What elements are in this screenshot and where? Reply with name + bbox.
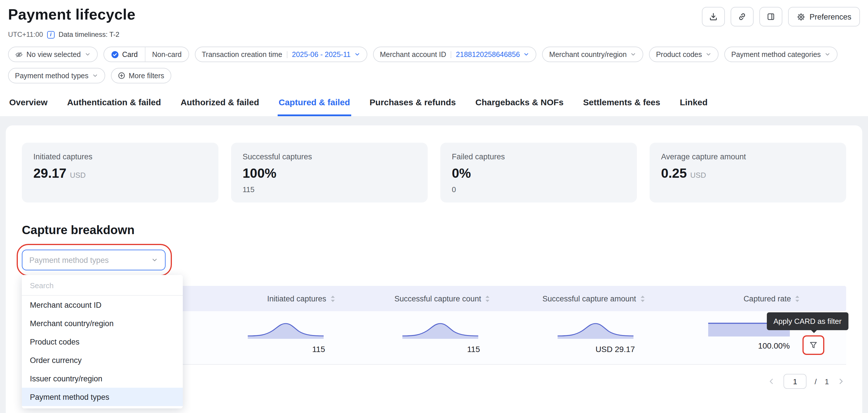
- download-button[interactable]: [702, 7, 725, 26]
- card-toggle: Card Non-card: [103, 47, 189, 62]
- preferences-button[interactable]: Preferences: [788, 7, 860, 26]
- tab-overview[interactable]: Overview: [8, 94, 49, 116]
- stat-unit: USD: [690, 171, 706, 179]
- merchant-country-pill[interactable]: Merchant country/region: [542, 47, 644, 62]
- chevron-down-icon: [630, 51, 636, 58]
- tooltip-apply-filter: Apply CARD as filter: [767, 312, 848, 330]
- filters-row-1: No view selected Card Non-card Transacti…: [8, 47, 860, 62]
- view-selector-pill[interactable]: No view selected: [8, 47, 97, 62]
- dropdown-option-product-codes[interactable]: Product codes: [22, 332, 183, 351]
- stat-average-capture-amount: Average capture amount 0.25 USD: [650, 143, 846, 203]
- sort-icon[interactable]: [485, 295, 490, 302]
- stat-label: Initiated captures: [33, 152, 207, 161]
- info-icon[interactable]: i: [47, 31, 55, 38]
- chevron-down-icon: [84, 51, 91, 58]
- stat-value: 0%: [452, 166, 471, 181]
- dropdown-option-order-currency[interactable]: Order currency: [22, 351, 183, 369]
- dropdown-option-merchant-account-id[interactable]: Merchant account ID: [22, 296, 183, 314]
- dimension-dropdown: Merchant account ID Merchant country/reg…: [22, 275, 183, 408]
- card-toggle-noncard[interactable]: Non-card: [145, 47, 189, 62]
- stat-sub: 0: [452, 185, 625, 195]
- more-filters-pill[interactable]: More filters: [111, 68, 171, 83]
- stat-label: Failed captures: [452, 152, 625, 161]
- stat-initiated-captures: Initiated captures 29.17 USD: [22, 143, 218, 203]
- cell-successful-capture-count: 115: [338, 319, 493, 355]
- funnel-wrap: Apply CARD as filter: [803, 335, 824, 355]
- download-icon: [709, 12, 718, 21]
- share-link-button[interactable]: [731, 7, 754, 26]
- tab-chargebacks-nofs[interactable]: Chargebacks & NOFs: [474, 94, 565, 116]
- chevron-down-icon: [824, 51, 831, 58]
- topbar: Payment lifecycle: [0, 0, 868, 116]
- column-label: Successful capture count: [394, 294, 481, 303]
- page-title: Payment lifecycle: [8, 6, 135, 24]
- product-codes-pill[interactable]: Product codes: [649, 47, 718, 62]
- chevron-down-icon: [705, 51, 712, 58]
- column-label: Captured rate: [744, 294, 791, 303]
- tab-settlements-fees[interactable]: Settlements & fees: [582, 94, 661, 116]
- breakdown-dimension-selector-area: Payment method types Merchant account ID…: [22, 249, 165, 270]
- sort-icon[interactable]: [640, 295, 645, 302]
- header-actions: Preferences: [702, 6, 860, 26]
- cell-initiated-captures: 115: [183, 319, 338, 355]
- tab-purchases-refunds[interactable]: Purchases & refunds: [369, 94, 457, 116]
- tab-authorized-failed[interactable]: Authorized & failed: [179, 94, 260, 116]
- filters: No view selected Card Non-card Transacti…: [8, 47, 860, 83]
- stat-sub: 115: [243, 185, 416, 195]
- prev-page-button[interactable]: [767, 377, 775, 385]
- dropdown-option-issuer-country[interactable]: Issuer country/region: [22, 369, 183, 388]
- current-page-box[interactable]: 1: [783, 374, 806, 389]
- divider: [287, 51, 287, 58]
- stat-value: 29.17: [33, 166, 66, 181]
- non-card-label: Non-card: [152, 50, 182, 58]
- stat-value: 100%: [243, 166, 277, 181]
- stat-sub: [661, 185, 835, 195]
- chevron-left-icon: [767, 377, 775, 385]
- tab-authentication-failed[interactable]: Authentication & failed: [66, 94, 162, 116]
- cell-value: 115: [312, 345, 325, 354]
- total-pages: 1: [825, 377, 829, 386]
- dropdown-option-merchant-country[interactable]: Merchant country/region: [22, 314, 183, 332]
- merchant-account-pill[interactable]: Merchant account ID 2188120258646856: [373, 47, 537, 62]
- view-selector-label: No view selected: [26, 50, 81, 58]
- chevron-down-icon: [92, 72, 98, 79]
- timezone-label: UTC+11:00: [8, 30, 43, 38]
- payment-method-types-pill[interactable]: Payment method types: [8, 68, 105, 83]
- gear-icon: [797, 12, 805, 21]
- filter-funnel-icon[interactable]: [809, 341, 818, 350]
- tabs: Overview Authentication & failed Authori…: [8, 94, 860, 116]
- dimension-select[interactable]: Payment method types: [22, 249, 165, 270]
- sort-icon[interactable]: [330, 295, 335, 302]
- chevron-down-icon: [354, 51, 361, 58]
- next-page-button[interactable]: [837, 377, 845, 385]
- column-label: Initiated captures: [267, 294, 326, 303]
- stat-unit: USD: [70, 171, 86, 179]
- tab-linked[interactable]: Linked: [679, 94, 709, 116]
- cell-successful-capture-amount: USD 29.17: [493, 319, 648, 355]
- annotation-funnel-highlight: [803, 335, 824, 355]
- tab-captured-failed[interactable]: Captured & failed: [277, 94, 351, 116]
- payment-method-categories-pill[interactable]: Payment method categories: [724, 47, 837, 62]
- dropdown-search-input[interactable]: [30, 281, 175, 290]
- transaction-time-pill[interactable]: Transaction creation time 2025-06 - 2025…: [195, 47, 367, 62]
- divider: [451, 51, 451, 58]
- panel-icon: [766, 12, 775, 21]
- sparkline-chart: [556, 319, 635, 340]
- section-title-capture-breakdown: Capture breakdown: [22, 223, 846, 237]
- card-toggle-card[interactable]: Card: [104, 47, 145, 62]
- cell-value: 100.00%: [758, 341, 790, 350]
- dimension-select-placeholder: Payment method types: [29, 256, 108, 264]
- panel-button[interactable]: [760, 7, 782, 26]
- chevron-down-icon: [151, 257, 158, 263]
- sort-icon[interactable]: [795, 295, 800, 302]
- filters-row-2: Payment method types More filters: [8, 68, 860, 83]
- product-codes-label: Product codes: [656, 50, 702, 58]
- transaction-time-value: 2025-06 - 2025-11: [292, 50, 351, 58]
- cell-value: USD 29.17: [595, 345, 635, 354]
- main-card: Initiated captures 29.17 USD Successful …: [6, 125, 862, 413]
- table-header-initiated-captures: Initiated captures: [183, 294, 338, 303]
- page: Payment lifecycle: [0, 0, 868, 413]
- table-header-successful-capture-count: Successful capture count: [338, 294, 493, 303]
- dropdown-option-payment-method-types[interactable]: Payment method types: [22, 388, 183, 406]
- stat-label: Average capture amount: [661, 152, 835, 161]
